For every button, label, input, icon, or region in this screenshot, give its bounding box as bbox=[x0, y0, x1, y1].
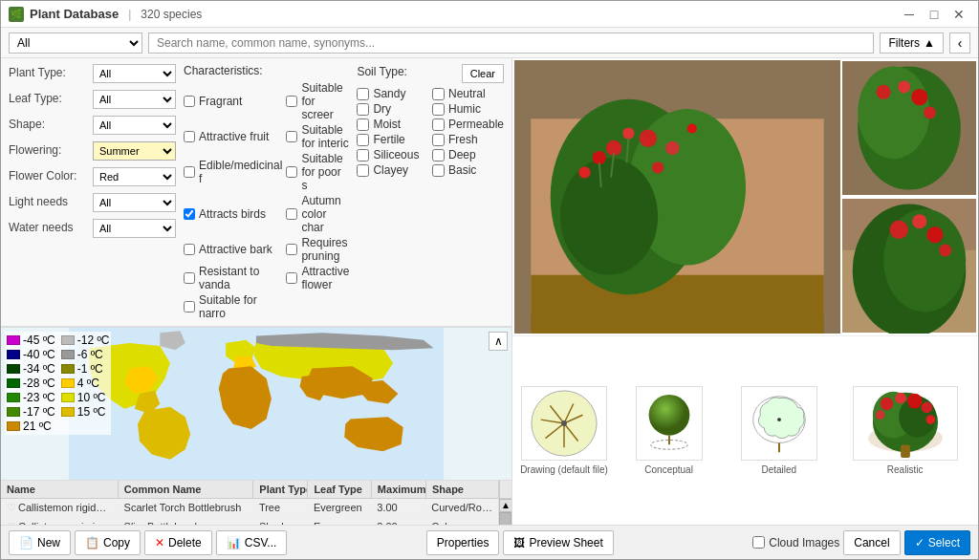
filters-panel: Plant Type: All Leaf Type: All Shape: Al… bbox=[1, 58, 511, 327]
char-narrow-cb[interactable] bbox=[184, 301, 195, 312]
char-interior-cb[interactable] bbox=[286, 131, 297, 142]
soil-fertile[interactable]: Fertile bbox=[357, 133, 428, 146]
soil-clayey[interactable]: Clayey bbox=[357, 163, 428, 177]
app-title: Plant Database bbox=[30, 7, 119, 21]
main-photo bbox=[514, 60, 840, 334]
shape-label: Shape: bbox=[9, 116, 85, 131]
col-header-common[interactable]: Common Name bbox=[119, 481, 254, 498]
right-panel: Drawing (default file) bbox=[512, 58, 978, 525]
cell-leaf-2: Evergreen bbox=[308, 518, 371, 525]
legend-item-5: -34 ºC bbox=[7, 362, 55, 376]
char-edible-cb[interactable] bbox=[184, 166, 195, 178]
char-fruit[interactable]: Attractive fruit bbox=[184, 123, 282, 150]
soil-dry[interactable]: Dry bbox=[357, 102, 428, 116]
col-header-max[interactable]: Maximum... bbox=[372, 481, 426, 498]
minimize-button[interactable]: ─ bbox=[898, 5, 921, 24]
flowering-select[interactable]: Summer bbox=[93, 141, 176, 161]
svg-point-24 bbox=[924, 106, 936, 118]
map-collapse-button[interactable]: ∧ bbox=[489, 332, 508, 351]
char-interior[interactable]: Suitable for interic bbox=[286, 123, 349, 150]
flowering-label: Flowering: bbox=[9, 141, 85, 157]
conceptual-render: Conceptual bbox=[616, 386, 722, 475]
char-flower-cb[interactable] bbox=[286, 272, 297, 284]
char-screen[interactable]: Suitable for screer bbox=[286, 81, 349, 121]
clear-button[interactable]: Clear bbox=[462, 64, 504, 83]
char-fragrant[interactable]: Fragrant bbox=[184, 81, 282, 121]
char-poor-soil-cb[interactable] bbox=[286, 166, 297, 178]
legend-item-1: -45 ºC bbox=[7, 334, 55, 347]
close-button[interactable]: ✕ bbox=[947, 5, 970, 24]
species-count: 320 species bbox=[141, 8, 202, 21]
copy-button[interactable]: 📋 Copy bbox=[75, 530, 141, 555]
legend-item-8: 4 ºC bbox=[61, 377, 110, 390]
char-birds[interactable]: Attracts birds bbox=[184, 194, 282, 234]
light-needs-select[interactable]: All bbox=[93, 193, 176, 212]
csv-button[interactable]: 📊 CSV... bbox=[216, 530, 288, 555]
char-narrow[interactable]: Suitable for narro bbox=[184, 293, 282, 320]
table-scrollbar[interactable]: ▲ ▼ bbox=[498, 499, 511, 525]
scroll-thumb[interactable] bbox=[499, 512, 511, 526]
char-edible[interactable]: Edible/medicinal f bbox=[184, 152, 282, 192]
soil-basic[interactable]: Basic bbox=[432, 163, 504, 177]
cell-shape-2: Columnar bbox=[425, 518, 498, 525]
svg-point-32 bbox=[939, 244, 951, 256]
delete-icon: ✕ bbox=[155, 536, 164, 549]
char-birds-cb[interactable] bbox=[184, 208, 195, 220]
char-autumn-cb[interactable] bbox=[286, 208, 297, 220]
char-autumn[interactable]: Autumn color char bbox=[286, 194, 349, 234]
svg-point-57 bbox=[876, 410, 885, 420]
filters-button[interactable]: Filters ▲ bbox=[880, 32, 944, 54]
col-header-type[interactable]: Plant Type bbox=[253, 481, 308, 498]
char-flower[interactable]: Attractive flower bbox=[286, 265, 349, 291]
char-fragrant-cb[interactable] bbox=[184, 96, 195, 107]
soil-sandy[interactable]: Sandy bbox=[357, 87, 428, 100]
char-poor-soil[interactable]: Suitable for poor s bbox=[286, 152, 349, 192]
soil-fresh[interactable]: Fresh bbox=[432, 133, 504, 146]
soil-humic[interactable]: Humic bbox=[432, 102, 504, 116]
col-header-name[interactable]: Name bbox=[1, 481, 119, 498]
cloud-images-check[interactable]: Cloud Images bbox=[752, 530, 839, 555]
legend-color-10 bbox=[61, 393, 75, 402]
properties-button[interactable]: Properties bbox=[426, 530, 500, 555]
scroll-up-arrow[interactable]: ▲ bbox=[499, 499, 511, 512]
preview-sheet-button[interactable]: 🖼 Preview Sheet bbox=[503, 530, 613, 555]
soil-neutral[interactable]: Neutral bbox=[432, 87, 504, 100]
soil-siliceous[interactable]: Siliceous bbox=[357, 148, 428, 162]
char-vandal-cb[interactable] bbox=[184, 272, 195, 284]
table-body: ♡Callistemon rigidus 'R... Scarlet Torch… bbox=[1, 499, 498, 525]
collapse-button[interactable]: ‹ bbox=[949, 32, 970, 54]
new-button[interactable]: 📄 New bbox=[9, 530, 71, 555]
realistic-render: Realistic bbox=[836, 386, 974, 475]
plant-type-select[interactable]: All bbox=[93, 64, 176, 83]
table-row[interactable]: ♡Callistemon viminalis '... Slim Bottleb… bbox=[1, 518, 498, 525]
col-header-shape[interactable]: Shape bbox=[426, 481, 499, 498]
char-pruning[interactable]: Requires pruning bbox=[286, 236, 349, 263]
leaf-type-select[interactable]: All bbox=[93, 90, 176, 109]
table-row[interactable]: ♡Callistemon rigidus 'R... Scarlet Torch… bbox=[1, 499, 498, 518]
title-separator: | bbox=[128, 8, 131, 21]
search-input[interactable] bbox=[148, 32, 874, 54]
cancel-button[interactable]: Cancel bbox=[843, 530, 900, 555]
category-dropdown[interactable]: All bbox=[9, 32, 142, 54]
flower-color-row: Flower Color: Red bbox=[9, 167, 176, 186]
char-bark[interactable]: Attractive bark bbox=[184, 236, 282, 263]
water-needs-select[interactable]: All bbox=[93, 219, 176, 238]
legend-item-9: -23 ºC bbox=[7, 391, 55, 404]
soil-permeable[interactable]: Permeable bbox=[432, 118, 504, 131]
char-screen-cb[interactable] bbox=[286, 96, 297, 107]
select-button[interactable]: ✓ Select bbox=[904, 530, 970, 555]
flower-color-select[interactable]: Red bbox=[93, 167, 176, 186]
maximize-button[interactable]: □ bbox=[923, 5, 946, 24]
cloud-images-checkbox[interactable] bbox=[752, 536, 765, 549]
water-needs-label: Water needs bbox=[9, 219, 85, 234]
char-pruning-cb[interactable] bbox=[286, 244, 297, 255]
char-fruit-cb[interactable] bbox=[184, 131, 195, 142]
legend-item-13: 21 ºC bbox=[7, 420, 109, 433]
shape-select[interactable]: All bbox=[93, 116, 176, 135]
char-vandal[interactable]: Resistant to vanda bbox=[184, 265, 282, 291]
delete-button[interactable]: ✕ Delete bbox=[144, 530, 212, 555]
char-bark-cb[interactable] bbox=[184, 244, 195, 255]
soil-deep[interactable]: Deep bbox=[432, 148, 504, 162]
soil-moist[interactable]: Moist bbox=[357, 118, 428, 131]
col-header-leaf[interactable]: Leaf Type bbox=[308, 481, 371, 498]
